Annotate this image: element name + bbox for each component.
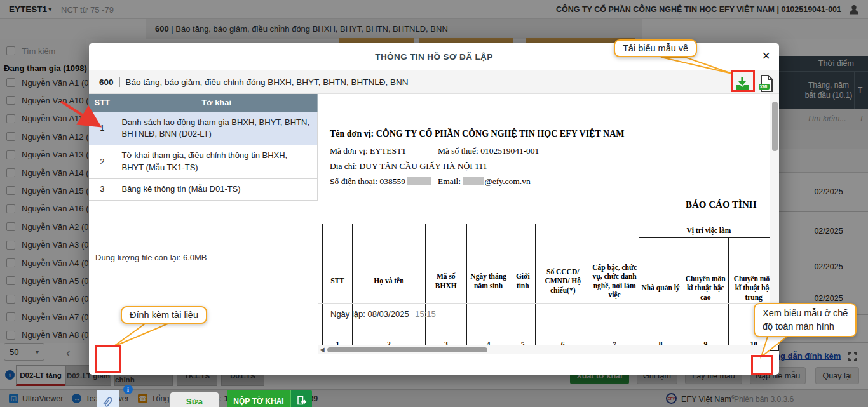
doc-phone: Số điện thoại: 038559 [330, 177, 431, 187]
forms-col-stt: STT [89, 94, 116, 112]
edit-button[interactable]: Sửa [170, 392, 219, 407]
highlight-fullscreen-icon [751, 355, 773, 375]
doc-address: Địa chỉ: DUY TÂN CẦU GIẤY HÀ NỘI 111 [330, 161, 487, 171]
scrollbar-thumb[interactable] [327, 347, 487, 352]
modal-footer: Ngày lập: 08/03/2025 15:15 [318, 303, 779, 324]
callout-download: Tải biểu mẫu về [614, 39, 697, 57]
svg-text:XML: XML [760, 84, 769, 89]
scroll-left-icon[interactable]: ◀ [320, 346, 325, 353]
form-row-index: 2 [89, 145, 116, 179]
app-screen: EYTEST1 ▾ NCT từ 75 -79 CÔNG TY CỔ PHẦN … [0, 0, 868, 407]
paperclip-icon [98, 392, 118, 407]
form-preview-panel: Tên đơn vị: CÔNG TY CỔ PHẦN CÔNG NGHỆ TI… [318, 94, 779, 375]
form-row[interactable]: 3Bảng kê thông tin (Mẫu D01-TS) [89, 178, 318, 200]
doc-group-header: Vị trí việc làm [639, 224, 778, 238]
form-row-name: Danh sách lao động tham gia BHXH, BHYT, … [116, 112, 318, 145]
form-row-index: 3 [89, 178, 116, 200]
created-date-label: Ngày lập: 08/03/2025 15:15 [330, 309, 436, 319]
form-row-name: Tờ khai tham gia, điều chỉnh thông tin B… [116, 145, 318, 179]
doc-email: Email: @efy.com.vn [438, 177, 531, 187]
form-row-index: 1 [89, 112, 116, 145]
callout-attach: Đính kèm tài liệu [121, 306, 207, 324]
highlight-attach-icon [95, 345, 121, 373]
modal-procedure-strip: 600Báo tăng, báo giảm, điều chỉnh đóng B… [89, 70, 779, 94]
scroll-right-icon[interactable]: ▶ [763, 346, 768, 353]
form-row-name: Bảng kê thông tin (Mẫu D01-TS) [116, 178, 318, 200]
dossier-info-modal: THÔNG TIN HỒ SƠ ĐÃ LẬP × 600Báo tăng, bá… [89, 43, 779, 375]
close-icon[interactable]: × [762, 50, 770, 62]
xml-file-icon[interactable]: XML [758, 74, 774, 93]
file-capacity-note: Dung lượng file còn lại: 6.0MB [95, 253, 207, 262]
forms-col-name: Tờ khai [116, 94, 318, 112]
submit-declaration-button[interactable]: NỘP TỜ KHAI [227, 390, 312, 407]
form-row[interactable]: 1Danh sách lao động tham gia BHXH, BHYT,… [89, 112, 318, 145]
doc-unit-name: Tên đơn vị: CÔNG TY CỔ PHẦN CÔNG NGHỆ TI… [330, 129, 624, 139]
attach-file-button[interactable] [97, 390, 119, 407]
highlight-download-icon [731, 70, 755, 92]
forms-panel: STT Tờ khai 1Danh sách lao động tham gia… [89, 94, 318, 375]
callout-fullscreen: Xem biểu mẫu ở chếđộ toàn màn hình [754, 303, 857, 337]
doc-report-title: BÁO CÁO TÌNH [686, 199, 756, 210]
forms-table: STT Tờ khai 1Danh sách lao động tham gia… [89, 94, 318, 201]
scrollbar-thumb[interactable] [772, 102, 778, 151]
info-icon[interactable]: i [123, 385, 133, 394]
doc-table-wrap: STTHọ và tênMã số BHXHNgày tháng năm sin… [322, 224, 779, 351]
form-row[interactable]: 2Tờ khai tham gia, điều chỉnh thông tin … [89, 145, 318, 179]
submit-doc-icon [290, 390, 312, 407]
doc-unit-code: Mã đơn vị: EYTEST1 [330, 146, 406, 156]
doc-tax-code: Mã số thuế: 0102519041-001 [438, 146, 539, 156]
horizontal-scrollbar[interactable]: ◀ ▶ [318, 345, 770, 354]
